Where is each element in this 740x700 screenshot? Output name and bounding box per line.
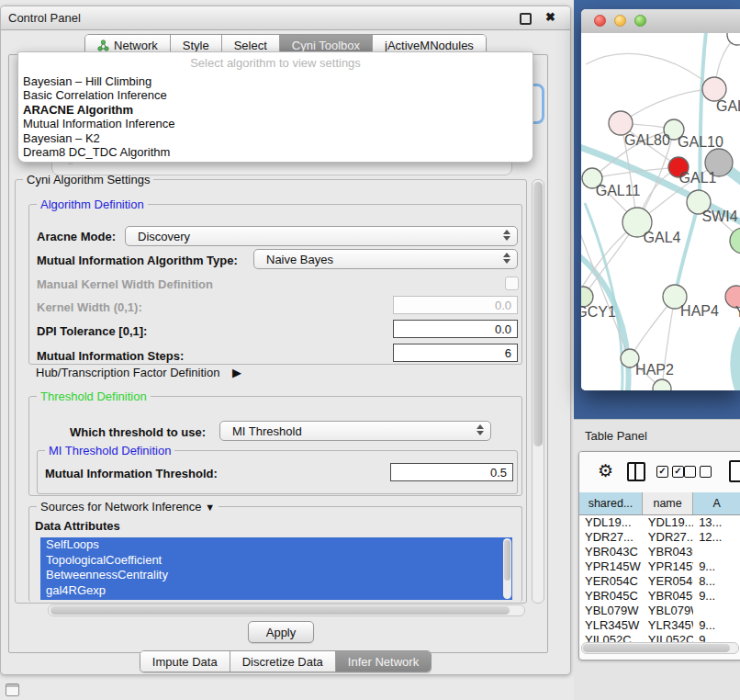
float-window-icon[interactable] — [520, 13, 532, 25]
network-edge[interactable] — [586, 54, 714, 89]
stepper-arrows-icon — [503, 230, 510, 241]
bottom-tabbar: Impute DataDiscretize DataInfer Network — [1, 650, 570, 672]
node-label-gal4: GAL4 — [644, 230, 681, 245]
mi-algorithm-type-combobox[interactable]: Naive Bayes — [253, 249, 518, 269]
scrollbar-thumb[interactable] — [50, 606, 510, 615]
table-row[interactable]: YPR145WYPR145W9... — [579, 559, 740, 574]
table-cell: YDL19... — [579, 515, 643, 530]
algorithm-definition-title: Algorithm Definition — [37, 198, 148, 211]
dropdown-item-mutual-information-inference[interactable]: Mutual Information Inference — [18, 117, 533, 130]
sources-group: Sources for Network Inference ▼ Data Att… — [28, 506, 522, 602]
close-traffic-light[interactable] — [594, 15, 606, 27]
dropdown-item-aracne-algorithm[interactable]: ARACNE Algorithm — [18, 103, 533, 117]
scrollbar-thumb[interactable] — [533, 182, 543, 446]
sources-title-text: Sources for Network Inference — [40, 500, 202, 514]
network-window-titlebar[interactable] — [581, 9, 740, 34]
column-header-shared[interactable]: shared... — [579, 492, 643, 514]
table-cell: YER054C — [643, 574, 693, 589]
node-label-hap2: HAP2 — [635, 362, 674, 378]
close-icon[interactable]: ✖ — [545, 10, 555, 24]
table-cell: YBL079W — [579, 604, 643, 618]
dropdown-item-list: Bayesian – Hill ClimbingBasic Correlatio… — [18, 74, 533, 159]
table-row[interactable]: YBL079WYBL079W — [579, 604, 740, 618]
tab-discretize-data[interactable]: Discretize Data — [230, 651, 336, 672]
chevron-right-icon: ▶ — [232, 366, 241, 379]
dropdown-item-bayesian-k2[interactable]: Bayesian – K2 — [18, 131, 533, 145]
network-canvas[interactable]: GALGAL80GAL10GAL1GAL11GAL4SWI4GCY1HAP4YH… — [581, 33, 740, 390]
zoom-traffic-light[interactable] — [634, 15, 646, 27]
aracne-mode-value: Discovery — [138, 230, 190, 243]
settings-gear-icon[interactable]: ⚙ — [598, 462, 613, 480]
minimize-traffic-light[interactable] — [614, 15, 626, 27]
control-panel-titlebar: Control Panel ✖ — [1, 6, 570, 30]
column-header-a[interactable]: A — [693, 492, 740, 514]
table-cell: YDR27... — [579, 530, 643, 545]
kernel-width-label: Kernel Width (0,1): — [37, 300, 142, 314]
column-layout-icon[interactable] — [627, 462, 645, 481]
table-row[interactable]: YBR043CYBR043C — [579, 545, 740, 559]
vertical-scrollbar[interactable] — [532, 179, 544, 604]
tab-infer-network[interactable]: Infer Network — [336, 651, 431, 672]
tab-label: Select — [234, 39, 267, 52]
network-edge[interactable] — [675, 202, 699, 297]
attribute-item-betweennesscentrality[interactable]: BetweennessCentrality — [40, 568, 512, 583]
node-label-gal1: GAL1 — [679, 170, 717, 186]
dpi-tolerance-field[interactable]: 0.0 — [393, 320, 518, 338]
attribute-item-topologicalcoefficient[interactable]: TopologicalCoefficient — [40, 553, 512, 569]
table-panel-title: Table Panel — [585, 429, 647, 443]
table-cell — [693, 545, 740, 559]
tab-label: Cyni Toolbox — [292, 39, 360, 52]
mi-algorithm-type-label: Mutual Information Algorithm Type: — [37, 254, 238, 267]
sources-group-title[interactable]: Sources for Network Inference ▼ — [37, 500, 219, 514]
tab-label: Style — [183, 39, 209, 52]
deselect-all-checkboxes-icon[interactable] — [684, 466, 712, 478]
which-threshold-combobox[interactable]: MI Threshold — [219, 421, 491, 441]
scrollbar-thumb[interactable] — [583, 644, 730, 652]
node-label-gal80: GAL80 — [624, 132, 670, 148]
stepper-arrows-icon — [477, 424, 484, 435]
minimized-window-icon[interactable] — [6, 683, 19, 696]
attributes-vertical-scrollbar[interactable] — [503, 538, 511, 599]
table-horizontal-scrollbar[interactable] — [581, 642, 739, 654]
new-table-file-icon[interactable] — [729, 460, 740, 482]
data-attributes-list[interactable]: SelfLoopsTopologicalCoefficientBetweenne… — [40, 537, 512, 600]
table-row[interactable]: YDL19...YDL19...13... — [579, 515, 740, 530]
dropdown-item-basic-correlation-inference[interactable]: Basic Correlation Inference — [18, 88, 533, 102]
table-cell: 9... — [693, 589, 740, 604]
mi-steps-label: Mutual Information Steps: — [37, 349, 184, 363]
network-node[interactable] — [653, 379, 671, 390]
table-cell: YBR043C — [579, 545, 643, 559]
network-view-window[interactable]: GALGAL80GAL10GAL1GAL11GAL4SWI4GCY1HAP4YH… — [581, 9, 740, 390]
column-header-name[interactable]: name — [643, 492, 693, 514]
which-threshold-value: MI Threshold — [232, 424, 302, 438]
mi-algorithm-type-value: Naive Bayes — [266, 253, 333, 266]
network-node-swi4[interactable] — [730, 228, 740, 254]
tab-impute-data[interactable]: Impute Data — [140, 651, 230, 672]
attribute-item-gal4rgexp[interactable]: gal4RGexp — [40, 583, 512, 599]
horizontal-scrollbar[interactable] — [48, 604, 525, 616]
table-panel: Table Panel ⚙ ✓✓ shared...nameA YDL19...… — [574, 419, 740, 700]
node-label-gal10: GAL10 — [678, 134, 723, 150]
table-row[interactable]: YDR27...YDR27...12... — [579, 530, 740, 545]
hub-definition-expander[interactable]: Hub/Transcription Factor Definition ▶ — [36, 366, 241, 379]
dropdown-item-bayesian-hill-climbing[interactable]: Bayesian – Hill Climbing — [18, 74, 533, 88]
select-all-checkboxes-icon[interactable]: ✓✓ — [656, 466, 684, 478]
table-row[interactable]: YER054CYER054C8... — [579, 574, 740, 589]
table-row[interactable]: YLR345WYLR345W9... — [579, 618, 740, 633]
mi-threshold-field[interactable]: 0.5 — [390, 463, 513, 481]
screen: { "colors":{"desktop_blue":"#4269aa","se… — [0, 0, 740, 700]
threshold-definition-group: Threshold Definition Which threshold to … — [28, 396, 522, 496]
table-window: ⚙ ✓✓ shared...nameA YDL19...YDL19...13..… — [578, 451, 740, 660]
threshold-definition-title: Threshold Definition — [37, 390, 151, 403]
network-node[interactable] — [727, 33, 740, 45]
table-row[interactable]: YBR045CYBR045C9... — [579, 589, 740, 604]
mi-steps-field[interactable]: 6 — [393, 344, 518, 362]
scrollbar-thumb[interactable] — [504, 540, 510, 581]
control-panel-title: Control Panel — [8, 11, 81, 25]
mi-threshold-group: MI Threshold Definition Mutual Informati… — [37, 450, 518, 494]
attribute-item-selfloops[interactable]: SelfLoops — [40, 537, 512, 553]
aracne-mode-combobox[interactable]: Discovery — [125, 226, 518, 246]
apply-button[interactable]: Apply — [248, 621, 314, 643]
table-cell: YBL079W — [643, 604, 693, 618]
dropdown-item-dream8-dc-tdc-algorithm[interactable]: Dream8 DC_TDC Algorithm — [18, 145, 533, 159]
